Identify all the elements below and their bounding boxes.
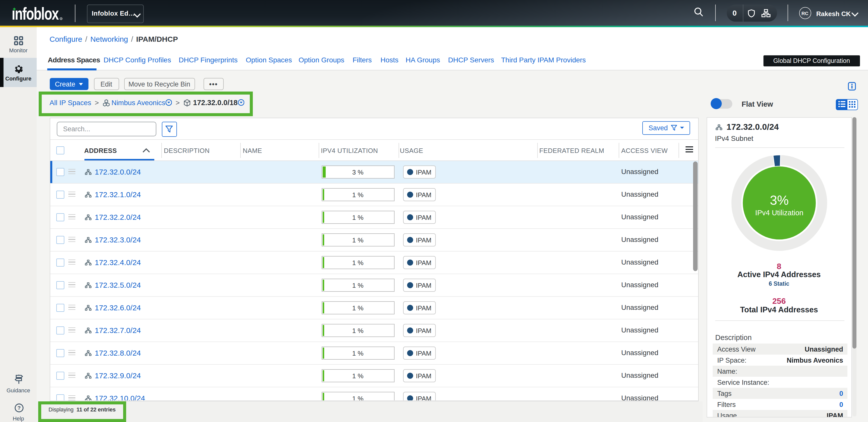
- svg-text:ınfoblox: ınfoblox: [12, 4, 59, 22]
- svg-text:IPv4 Utilization: IPv4 Utilization: [755, 209, 803, 217]
- svg-text:?: ?: [17, 405, 21, 411]
- svg-text:R: R: [60, 18, 62, 20]
- svg-text:3%: 3%: [770, 193, 788, 207]
